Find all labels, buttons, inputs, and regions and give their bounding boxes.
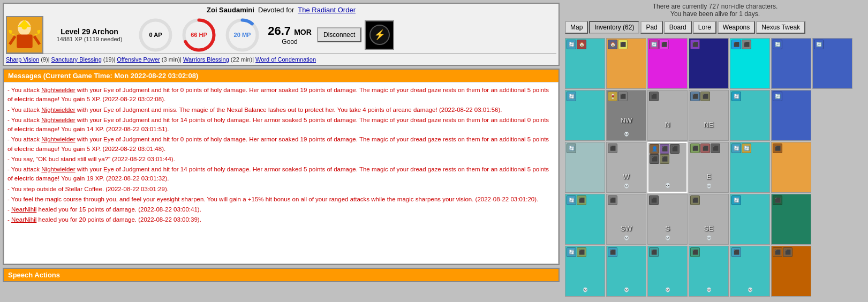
message-line: - NearNihil healed you for 20 points of …: [7, 215, 555, 224]
map-cell-r1c5[interactable]: ⬛ ⬛: [730, 38, 770, 89]
nav-lore-button[interactable]: Lore: [693, 21, 716, 34]
info-line1: There are currently 727 non-idle charact…: [565, 3, 865, 10]
order-link[interactable]: The Radiant Order: [298, 6, 356, 14]
map-cell-r5c7: [812, 246, 852, 297]
messages-header: Messages (Current Game Time: Mon 2022-08…: [4, 70, 558, 82]
direction-SE: SE: [704, 224, 713, 232]
map-cell-r1c1[interactable]: 🔄 🏠: [565, 38, 605, 89]
map-cell-r5c3[interactable]: ⬛ 💀: [647, 246, 688, 297]
ap-circle: 0 AP: [138, 18, 173, 52]
map-cell-r2c1[interactable]: 🔄: [565, 90, 605, 141]
map-cell-r4c2[interactable]: ⬛ SW 💀: [606, 194, 646, 245]
map-cell-r2c5[interactable]: 🔄: [730, 90, 770, 141]
mp-circle: 20 MP: [225, 18, 260, 52]
message-line: - You feel the magic course through you,…: [7, 195, 555, 204]
skills-row: Sharp Vision (9)| Sanctuary Blessing (19…: [6, 54, 556, 63]
map-cell-r4c5[interactable]: 🔄: [730, 194, 770, 245]
map-cell-r2c2[interactable]: 🍷 ⬛ NW 💀: [606, 90, 646, 141]
level-name: Level 29 Archon: [61, 27, 118, 36]
skill-sanctuary-blessing[interactable]: Sanctuary Blessing: [51, 56, 102, 63]
map-cell-r5c4[interactable]: ⬛ 💀: [689, 246, 729, 297]
hp-value: 66 HP: [191, 32, 207, 38]
char-title: Zoi Saudamini Devoted for The Radiant Or…: [6, 6, 556, 14]
svg-point-4: [21, 24, 27, 29]
direction-E: E: [706, 172, 711, 180]
nearnihil-link[interactable]: NearNihil: [11, 216, 36, 223]
message-line: - You attack Nightwielder with your Eye …: [7, 165, 555, 184]
nav-weapons-button[interactable]: Weapons: [718, 21, 755, 34]
map-cell-r3c7: [812, 142, 852, 193]
hp-stat: 66 HP: [179, 18, 219, 52]
message-line: - You step outside of Stellar Coffee. (2…: [7, 185, 555, 194]
direction-NE: NE: [704, 120, 713, 129]
map-cell-r5c2[interactable]: ⬛ 💀: [606, 246, 646, 297]
map-cell-r1c6[interactable]: 🔄: [771, 38, 811, 89]
disconnect-button[interactable]: Disconnect: [317, 27, 361, 42]
map-cell-r3c5[interactable]: 🔄 🔄: [730, 142, 770, 193]
direction-NW: NW: [621, 116, 632, 124]
char-symbol-icon: ⚡: [369, 24, 390, 46]
nav-pad-button[interactable]: Pad: [640, 21, 662, 34]
nav-board-button[interactable]: Board: [664, 21, 692, 34]
direction-W: W: [623, 172, 629, 180]
char-level-box: Level 29 Archon 14881 XP (1119 needed): [47, 27, 132, 42]
skill-offensive-power[interactable]: Offensive Power: [117, 56, 160, 63]
left-panel: Zoi Saudamini Devoted for The Radiant Or…: [0, 0, 562, 302]
skill-word-condemnation[interactable]: Word of Condemnation: [255, 56, 316, 63]
nav-map-button[interactable]: Map: [565, 21, 588, 34]
map-cell-r3c2[interactable]: ⬛ W 💀: [606, 142, 646, 193]
char-stats-row: Level 29 Archon 14881 XP (1119 needed) 0…: [6, 16, 556, 54]
mp-value: 20 MP: [234, 32, 251, 38]
map-cell-r5c6[interactable]: ⬛ ⬛: [771, 246, 811, 297]
nightwielder-link[interactable]: Nightwielder: [41, 117, 75, 123]
messages-panel: Messages (Current Game Time: Mon 2022-08…: [3, 69, 560, 265]
nearnihil-link[interactable]: NearNihil: [11, 206, 36, 213]
direction-SW: SW: [621, 224, 632, 232]
map-cell-r3c6[interactable]: ⬛: [771, 142, 811, 193]
map-cell-r4c6[interactable]: ⬛: [771, 194, 811, 245]
char-avatar: [6, 16, 43, 54]
mp-stat: 20 MP: [222, 18, 262, 52]
char-icon: ⚡: [365, 20, 394, 50]
map-cell-r1c3[interactable]: 🔄 ⬛: [647, 38, 688, 89]
mor-box: 26.7 MOR Good: [266, 24, 314, 46]
map-cell-r4c7: [812, 194, 852, 245]
message-line: - You attack Nightwielder with your Eye …: [7, 105, 555, 115]
nav-nexus-tweak-button[interactable]: Nexus Tweak: [756, 21, 805, 34]
message-line: - You attack Nightwielder with your Eye …: [7, 135, 555, 154]
char-header: Zoi Saudamini Devoted for The Radiant Or…: [3, 3, 560, 66]
map-cell-r3c4[interactable]: ⬛ ⬛ ⬛ E 💀: [689, 142, 729, 193]
nightwielder-link[interactable]: Nightwielder: [41, 107, 75, 113]
map-cell-r4c3[interactable]: ⬛ S 💀: [647, 194, 688, 245]
skill-sharp-vision[interactable]: Sharp Vision: [6, 56, 39, 63]
map-cell-r1c7[interactable]: 🔄: [812, 38, 852, 89]
map-cell-r2c4[interactable]: ⬛ ⬛ NE: [689, 90, 729, 141]
map-cell-r3c3-player[interactable]: 👤 ⬛ ⬛ ⬛ ⬛ 💀: [647, 142, 688, 193]
map-cell-r3c1[interactable]: 🔄: [565, 142, 605, 193]
messages-body[interactable]: - You attack Nightwielder with your Eye …: [4, 82, 558, 264]
map-cell-r1c4[interactable]: ⬛: [689, 38, 729, 89]
message-line: - You attack Nightwielder with your Eye …: [7, 86, 555, 104]
right-panel: There are currently 727 non-idle charact…: [562, 0, 868, 302]
nightwielder-link[interactable]: Nightwielder: [41, 87, 75, 93]
speech-actions-header: Speech Actions: [3, 268, 560, 282]
xp-info: 14881 XP (1119 needed): [57, 36, 123, 42]
nav-inventory-button[interactable]: Inventory (62): [589, 21, 639, 34]
devoted-label: Devoted for: [258, 6, 294, 14]
map-cell-r5c1[interactable]: 🔄 ⬛ 💀: [565, 246, 605, 297]
message-line: - You say, "OK bud stand still will ya?"…: [7, 155, 555, 164]
char-name: Zoi Saudamini: [207, 6, 254, 14]
map-cell-r2c6[interactable]: 🔄: [771, 90, 811, 141]
ap-stat: 0 AP: [135, 18, 176, 52]
nightwielder-link[interactable]: Nightwielder: [41, 166, 75, 172]
mor-status: Good: [282, 38, 297, 46]
map-cell-r1c2[interactable]: 🏠 ⬛: [606, 38, 646, 89]
map-cell-r4c1[interactable]: 🔄 ⬛: [565, 194, 605, 245]
map-cell-r2c3[interactable]: ⬛ N: [647, 90, 688, 141]
svg-rect-2: [17, 34, 32, 48]
map-cell-r5c5[interactable]: ⬛ 💀: [730, 246, 770, 297]
map-cell-r4c4[interactable]: ⬛ SE 💀: [689, 194, 729, 245]
nightwielder-link[interactable]: Nightwielder: [41, 136, 75, 142]
ap-value: 0 AP: [149, 32, 162, 38]
skill-warriors-blessing[interactable]: Warriors Blessing: [183, 56, 229, 63]
